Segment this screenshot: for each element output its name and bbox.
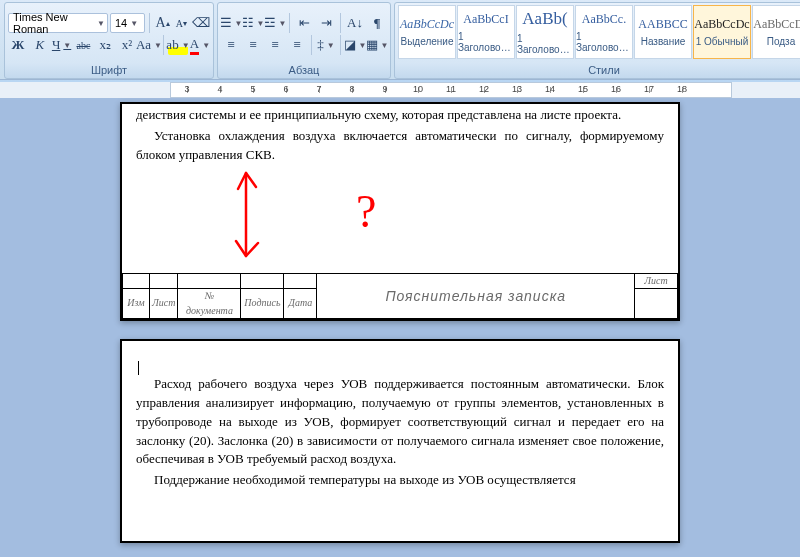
font-color-button[interactable]: A▼ (190, 35, 210, 55)
group-font-label: Шрифт (8, 63, 210, 78)
annotation-question-mark: ? (356, 179, 376, 246)
align-justify-button[interactable]: ≡ (287, 35, 307, 55)
title-block-title: Пояснительная записка (317, 273, 635, 319)
paragraph[interactable]: Расход рабочего воздуха через УОВ поддер… (136, 375, 664, 469)
multilevel-button[interactable]: ☲▼ (265, 13, 285, 33)
document-area[interactable]: деиствия системы и ее принципиальную схе… (0, 98, 800, 557)
chevron-down-icon: ▼ (127, 19, 138, 28)
numbering-button[interactable]: ☷▼ (243, 13, 263, 33)
style-item[interactable]: AaBbCcI1 Заголово… (457, 5, 515, 59)
ribbon: Times New Roman ▼ 14 ▼ A▴ A▾ ⌫ Ж К Ч▼ ab… (0, 0, 800, 80)
font-name-value: Times New Roman (13, 11, 94, 35)
style-gallery[interactable]: AaBbCcDcВыделениеAaBbCcI1 Заголово…AaBb(… (398, 5, 800, 59)
paragraph[interactable]: деиствия системы и ее принципиальную схе… (136, 106, 664, 125)
page-1: деиствия системы и ее принципиальную схе… (120, 102, 680, 321)
font-size-combo[interactable]: 14 ▼ (110, 13, 145, 33)
text-cursor (138, 361, 139, 375)
font-size-value: 14 (115, 17, 127, 29)
style-item[interactable]: AABBCCНазвание (634, 5, 692, 59)
annotation-arrow-icon (216, 161, 336, 271)
paragraph[interactable]: Установка охлаждения воздуха включается … (136, 127, 664, 165)
shading-button[interactable]: ◪▼ (345, 35, 365, 55)
bullets-button[interactable]: ☰▼ (221, 13, 241, 33)
style-item[interactable]: AaBbCcDc1 Обычный (693, 5, 751, 59)
align-left-button[interactable]: ≡ (221, 35, 241, 55)
group-para-label: Абзац (221, 63, 387, 78)
group-styles-label: Стили (398, 63, 800, 78)
page-2: Расход рабочего воздуха через УОВ поддер… (120, 339, 680, 543)
show-marks-button[interactable]: ¶ (367, 13, 387, 33)
highlight-button[interactable]: ab▼ (168, 35, 188, 55)
font-name-combo[interactable]: Times New Roman ▼ (8, 13, 108, 33)
change-case-button[interactable]: Aa▼ (139, 35, 159, 55)
paragraph[interactable]: Поддержание необходимой температуры на в… (136, 471, 664, 490)
underline-button[interactable]: Ч▼ (52, 35, 72, 55)
strike-button[interactable]: abc (73, 35, 93, 55)
align-center-button[interactable]: ≡ (243, 35, 263, 55)
bold-button[interactable]: Ж (8, 35, 28, 55)
italic-button[interactable]: К (30, 35, 50, 55)
superscript-button[interactable]: x² (117, 35, 137, 55)
borders-button[interactable]: ▦▼ (367, 35, 387, 55)
group-styles: AaBbCcDcВыделениеAaBbCcI1 Заголово…AaBb(… (394, 2, 800, 79)
group-font: Times New Roman ▼ 14 ▼ A▴ A▾ ⌫ Ж К Ч▼ ab… (4, 2, 214, 79)
chevron-down-icon: ▼ (94, 19, 105, 28)
style-item[interactable]: AaBbCcDcПодза (752, 5, 800, 59)
shrink-font-button[interactable]: A▾ (173, 13, 190, 33)
sheet-label: Лист (635, 273, 678, 289)
line-spacing-button[interactable]: ‡▼ (316, 35, 336, 55)
align-right-button[interactable]: ≡ (265, 35, 285, 55)
subscript-button[interactable]: x₂ (95, 35, 115, 55)
decrease-indent-button[interactable]: ⇤ (294, 13, 314, 33)
clear-format-button[interactable]: ⌫ (192, 13, 210, 33)
sort-button[interactable]: A↓ (345, 13, 365, 33)
style-item[interactable]: AaBbCcDcВыделение (398, 5, 456, 59)
title-block-table: Пояснительная записка Лист Изм Лист № до… (122, 273, 678, 320)
increase-indent-button[interactable]: ⇥ (316, 13, 336, 33)
style-item[interactable]: AaBbCc.1 Заголово… (575, 5, 633, 59)
group-paragraph: ☰▼ ☷▼ ☲▼ ⇤ ⇥ A↓ ¶ ≡ ≡ ≡ ≡ ‡▼ ◪▼ ▦▼ (217, 2, 391, 79)
grow-font-button[interactable]: A▴ (154, 13, 171, 33)
style-item[interactable]: AaBb(1 Заголово… (516, 5, 574, 59)
